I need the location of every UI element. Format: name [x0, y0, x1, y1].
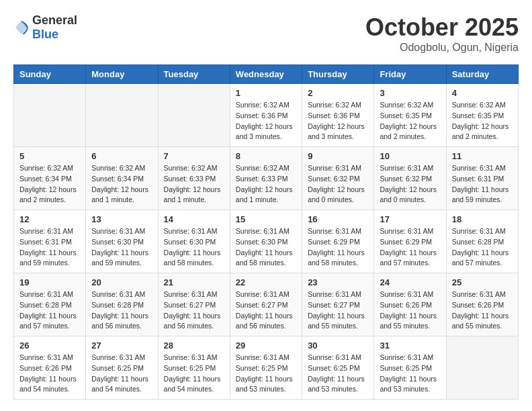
day-cell-21: 21Sunrise: 6:31 AM Sunset: 6:27 PM Dayli… [158, 273, 230, 336]
day-cell-25: 25Sunrise: 6:31 AM Sunset: 6:26 PM Dayli… [446, 273, 518, 336]
day-number: 8 [236, 151, 296, 161]
empty-cell [158, 84, 230, 147]
day-info: Sunrise: 6:31 AM Sunset: 6:27 PM Dayligh… [308, 289, 368, 332]
day-cell-17: 17Sunrise: 6:31 AM Sunset: 6:29 PM Dayli… [374, 210, 446, 273]
logo-icon [13, 19, 30, 36]
day-number: 2 [308, 88, 368, 98]
day-cell-30: 30Sunrise: 6:31 AM Sunset: 6:25 PM Dayli… [302, 336, 374, 400]
day-cell-7: 7Sunrise: 6:32 AM Sunset: 6:33 PM Daylig… [158, 147, 230, 210]
day-info: Sunrise: 6:31 AM Sunset: 6:32 PM Dayligh… [380, 163, 440, 205]
day-info: Sunrise: 6:31 AM Sunset: 6:29 PM Dayligh… [380, 226, 440, 269]
day-cell-18: 18Sunrise: 6:31 AM Sunset: 6:28 PM Dayli… [446, 210, 518, 273]
day-number: 9 [308, 151, 368, 161]
logo: General Blue [13, 13, 77, 42]
logo-blue: Blue [32, 28, 58, 41]
day-cell-22: 22Sunrise: 6:31 AM Sunset: 6:27 PM Dayli… [230, 273, 302, 336]
day-cell-29: 29Sunrise: 6:31 AM Sunset: 6:25 PM Dayli… [230, 336, 302, 400]
day-cell-31: 31Sunrise: 6:31 AM Sunset: 6:25 PM Dayli… [374, 336, 446, 400]
day-number: 16 [308, 214, 368, 224]
day-cell-23: 23Sunrise: 6:31 AM Sunset: 6:27 PM Dayli… [302, 273, 374, 336]
day-info: Sunrise: 6:31 AM Sunset: 6:28 PM Dayligh… [91, 289, 152, 332]
logo-general: General [32, 13, 77, 27]
day-number: 23 [308, 277, 368, 287]
day-info: Sunrise: 6:31 AM Sunset: 6:31 PM Dayligh… [19, 226, 80, 269]
day-info: Sunrise: 6:32 AM Sunset: 6:33 PM Dayligh… [236, 163, 296, 205]
day-cell-10: 10Sunrise: 6:31 AM Sunset: 6:32 PM Dayli… [374, 147, 446, 210]
day-cell-27: 27Sunrise: 6:31 AM Sunset: 6:25 PM Dayli… [86, 336, 158, 400]
empty-cell [14, 84, 86, 147]
day-cell-12: 12Sunrise: 6:31 AM Sunset: 6:31 PM Dayli… [14, 210, 86, 273]
day-number: 15 [236, 214, 296, 224]
title-block: October 2025 Odogbolu, Ogun, Nigeria [365, 13, 519, 54]
day-info: Sunrise: 6:31 AM Sunset: 6:31 PM Dayligh… [452, 163, 513, 205]
day-info: Sunrise: 6:31 AM Sunset: 6:30 PM Dayligh… [236, 226, 296, 269]
day-info: Sunrise: 6:31 AM Sunset: 6:28 PM Dayligh… [19, 289, 80, 332]
day-cell-3: 3Sunrise: 6:32 AM Sunset: 6:35 PM Daylig… [374, 84, 446, 147]
day-cell-1: 1Sunrise: 6:32 AM Sunset: 6:36 PM Daylig… [230, 84, 302, 147]
day-number: 11 [452, 151, 513, 161]
day-cell-15: 15Sunrise: 6:31 AM Sunset: 6:30 PM Dayli… [230, 210, 302, 273]
day-number: 18 [452, 214, 513, 224]
day-number: 31 [380, 340, 440, 351]
day-info: Sunrise: 6:32 AM Sunset: 6:36 PM Dayligh… [236, 100, 296, 142]
day-cell-13: 13Sunrise: 6:31 AM Sunset: 6:30 PM Dayli… [86, 210, 158, 273]
week-row-1: 1Sunrise: 6:32 AM Sunset: 6:36 PM Daylig… [14, 84, 519, 147]
weekday-header-wednesday: Wednesday [230, 65, 302, 84]
day-info: Sunrise: 6:31 AM Sunset: 6:27 PM Dayligh… [164, 289, 224, 332]
day-number: 22 [236, 277, 296, 287]
day-cell-24: 24Sunrise: 6:31 AM Sunset: 6:26 PM Dayli… [374, 273, 446, 336]
day-info: Sunrise: 6:31 AM Sunset: 6:30 PM Dayligh… [164, 226, 224, 269]
day-info: Sunrise: 6:31 AM Sunset: 6:25 PM Dayligh… [236, 353, 296, 395]
weekday-header-sunday: Sunday [14, 65, 86, 84]
weekday-header-saturday: Saturday [446, 65, 518, 84]
day-cell-19: 19Sunrise: 6:31 AM Sunset: 6:28 PM Dayli… [14, 273, 86, 336]
day-number: 24 [380, 277, 440, 287]
day-number: 20 [91, 277, 152, 287]
day-info: Sunrise: 6:31 AM Sunset: 6:26 PM Dayligh… [452, 289, 513, 332]
empty-cell [446, 336, 518, 400]
day-info: Sunrise: 6:31 AM Sunset: 6:25 PM Dayligh… [91, 353, 152, 395]
day-info: Sunrise: 6:32 AM Sunset: 6:35 PM Dayligh… [452, 100, 513, 142]
day-info: Sunrise: 6:32 AM Sunset: 6:34 PM Dayligh… [91, 163, 152, 205]
day-number: 19 [19, 277, 80, 287]
day-number: 5 [19, 151, 80, 161]
weekday-header-friday: Friday [374, 65, 446, 84]
day-number: 6 [91, 151, 152, 161]
day-info: Sunrise: 6:32 AM Sunset: 6:36 PM Dayligh… [308, 100, 368, 142]
week-row-4: 19Sunrise: 6:31 AM Sunset: 6:28 PM Dayli… [14, 273, 519, 336]
day-cell-26: 26Sunrise: 6:31 AM Sunset: 6:26 PM Dayli… [14, 336, 86, 400]
day-number: 25 [452, 277, 513, 287]
day-cell-2: 2Sunrise: 6:32 AM Sunset: 6:36 PM Daylig… [302, 84, 374, 147]
weekday-header-thursday: Thursday [302, 65, 374, 84]
empty-cell [86, 84, 158, 147]
weekday-header-row: SundayMondayTuesdayWednesdayThursdayFrid… [14, 65, 519, 84]
day-cell-16: 16Sunrise: 6:31 AM Sunset: 6:29 PM Dayli… [302, 210, 374, 273]
day-number: 26 [19, 340, 80, 351]
day-number: 30 [308, 340, 368, 351]
day-number: 13 [91, 214, 152, 224]
calendar-table: SundayMondayTuesdayWednesdayThursdayFrid… [13, 64, 519, 400]
day-number: 14 [164, 214, 224, 224]
day-cell-11: 11Sunrise: 6:31 AM Sunset: 6:31 PM Dayli… [446, 147, 518, 210]
day-number: 27 [91, 340, 152, 351]
day-info: Sunrise: 6:32 AM Sunset: 6:35 PM Dayligh… [380, 100, 440, 142]
day-cell-6: 6Sunrise: 6:32 AM Sunset: 6:34 PM Daylig… [86, 147, 158, 210]
day-number: 29 [236, 340, 296, 351]
day-number: 1 [236, 88, 296, 98]
day-info: Sunrise: 6:31 AM Sunset: 6:26 PM Dayligh… [19, 353, 80, 395]
day-info: Sunrise: 6:31 AM Sunset: 6:25 PM Dayligh… [164, 353, 224, 395]
day-info: Sunrise: 6:31 AM Sunset: 6:32 PM Dayligh… [308, 163, 368, 205]
week-row-3: 12Sunrise: 6:31 AM Sunset: 6:31 PM Dayli… [14, 210, 519, 273]
month-title: October 2025 [365, 13, 519, 42]
page-header: General Blue October 2025 Odogbolu, Ogun… [13, 13, 519, 54]
week-row-5: 26Sunrise: 6:31 AM Sunset: 6:26 PM Dayli… [14, 336, 519, 400]
day-cell-8: 8Sunrise: 6:32 AM Sunset: 6:33 PM Daylig… [230, 147, 302, 210]
day-cell-5: 5Sunrise: 6:32 AM Sunset: 6:34 PM Daylig… [14, 147, 86, 210]
day-info: Sunrise: 6:31 AM Sunset: 6:30 PM Dayligh… [91, 226, 152, 269]
location-subtitle: Odogbolu, Ogun, Nigeria [365, 42, 519, 54]
day-number: 21 [164, 277, 224, 287]
day-info: Sunrise: 6:31 AM Sunset: 6:25 PM Dayligh… [308, 353, 368, 395]
day-cell-28: 28Sunrise: 6:31 AM Sunset: 6:25 PM Dayli… [158, 336, 230, 400]
day-number: 17 [380, 214, 440, 224]
day-cell-9: 9Sunrise: 6:31 AM Sunset: 6:32 PM Daylig… [302, 147, 374, 210]
